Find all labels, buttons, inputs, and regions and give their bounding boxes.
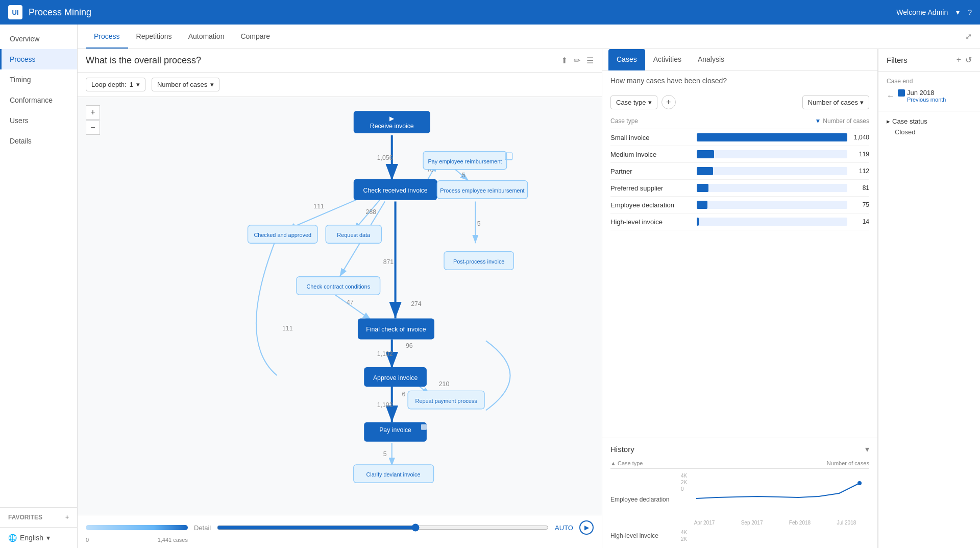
case-status-label: Case status bbox=[892, 117, 927, 125]
svg-text:96: 96 bbox=[406, 342, 413, 349]
svg-text:111: 111 bbox=[313, 203, 324, 210]
language-dropdown-icon: ▾ bbox=[46, 534, 50, 542]
number-of-cases-label: Number of cases bbox=[157, 81, 207, 88]
bar-fill bbox=[697, 133, 847, 141]
svg-line-16 bbox=[334, 294, 371, 320]
date-back-icon[interactable]: ← bbox=[887, 91, 895, 101]
svg-point-62 bbox=[857, 481, 862, 485]
svg-text:1,102: 1,102 bbox=[377, 350, 393, 358]
app-logo: Ui bbox=[8, 5, 22, 19]
share-icon[interactable]: ⬆ bbox=[561, 56, 568, 65]
svg-rect-59 bbox=[421, 424, 427, 430]
favorites-label: FAVORITES bbox=[8, 514, 42, 521]
svg-text:Check contract conditions: Check contract conditions bbox=[306, 283, 370, 290]
zoom-in-button[interactable]: + bbox=[86, 105, 100, 120]
case-end-label: Case end bbox=[887, 78, 972, 85]
reset-filter-icon[interactable]: ↺ bbox=[965, 55, 972, 65]
add-filter-icon[interactable]: + bbox=[957, 55, 961, 65]
expand-icon[interactable]: ⤢ bbox=[965, 32, 972, 41]
tab-analysis[interactable]: Analysis bbox=[690, 49, 732, 70]
svg-text:1,102: 1,102 bbox=[377, 401, 393, 409]
sidebar-item-conformance[interactable]: Conformance bbox=[0, 90, 77, 110]
cases-table: Case type ▼ Number of cases Small invoic… bbox=[602, 113, 877, 438]
table-row: Partner 112 bbox=[610, 163, 869, 180]
cases-section: How many cases have been closed? Case ty… bbox=[602, 70, 877, 548]
number-of-cases-control[interactable]: Number of cases ▾ bbox=[152, 78, 219, 91]
number-of-cases-filter-label: Number of cases bbox=[808, 99, 858, 106]
bar-value: 14 bbox=[851, 218, 869, 225]
svg-text:6: 6 bbox=[402, 391, 406, 398]
add-filter-button[interactable]: + bbox=[662, 95, 676, 109]
row-casetype: High-level invoice bbox=[610, 218, 697, 226]
number-of-cases-filter[interactable]: Number of cases ▾ bbox=[802, 96, 869, 109]
topbar-right: Welcome Admin ▾ ? bbox=[896, 8, 972, 16]
help-icon[interactable]: ? bbox=[968, 8, 972, 16]
sidebar-item-timing[interactable]: Timing bbox=[0, 69, 77, 90]
case-type-dropdown-icon: ▾ bbox=[648, 99, 652, 106]
sidebar: Overview Process Timing Conformance User… bbox=[0, 25, 78, 548]
number-of-cases-dropdown-icon: ▾ bbox=[210, 81, 214, 88]
main-layout: Overview Process Timing Conformance User… bbox=[0, 25, 980, 548]
tab-process[interactable]: Process bbox=[86, 25, 128, 49]
date-checkbox[interactable] bbox=[898, 89, 905, 97]
svg-text:Approve invoice: Approve invoice bbox=[373, 374, 418, 382]
loop-depth-label: Loop depth: bbox=[91, 81, 127, 88]
tab-compare[interactable]: Compare bbox=[232, 25, 278, 49]
add-favorite-icon[interactable]: + bbox=[65, 514, 69, 521]
topbar: Ui Process Mining Welcome Admin ▾ ? bbox=[0, 0, 980, 25]
bar-container bbox=[697, 218, 847, 226]
user-dropdown-icon[interactable]: ▾ bbox=[956, 8, 960, 16]
bar-value: 1,040 bbox=[851, 134, 869, 141]
edit-icon[interactable]: ✏ bbox=[574, 56, 580, 65]
sidebar-item-process[interactable]: Process bbox=[0, 49, 77, 69]
svg-text:Pay invoice: Pay invoice bbox=[379, 426, 411, 434]
menu-icon[interactable]: ☰ bbox=[586, 56, 594, 65]
tab-activities[interactable]: Activities bbox=[645, 49, 690, 70]
svg-text:Process employee reimbursement: Process employee reimbursement bbox=[440, 187, 524, 194]
sidebar-item-details[interactable]: Details bbox=[0, 131, 77, 151]
case-type-filter[interactable]: Case type ▾ bbox=[610, 96, 657, 109]
filters-header: Filters + ↺ bbox=[878, 49, 980, 72]
right-panel-tabs: Cases Activities Analysis bbox=[602, 49, 877, 70]
detail-slider[interactable] bbox=[217, 523, 549, 532]
row-numcases: 14 bbox=[697, 218, 869, 226]
language-label: English bbox=[20, 534, 43, 542]
tab-cases[interactable]: Cases bbox=[608, 49, 645, 70]
case-type-label: Case type bbox=[616, 99, 646, 106]
bar-container bbox=[697, 150, 847, 158]
tab-automation[interactable]: Automation bbox=[180, 25, 233, 49]
zoom-out-button[interactable]: − bbox=[86, 121, 100, 135]
loop-depth-dropdown-icon: ▾ bbox=[136, 81, 140, 88]
history-collapse-icon[interactable]: ▾ bbox=[865, 444, 869, 454]
case-status-title[interactable]: ▸ Case status bbox=[887, 117, 972, 125]
bar-fill bbox=[697, 201, 707, 209]
svg-text:Clarify deviant invoice: Clarify deviant invoice bbox=[366, 471, 421, 478]
play-button[interactable]: ▶ bbox=[579, 520, 594, 535]
row-numcases: 81 bbox=[697, 184, 869, 192]
history-item-employee: Employee declaration 4K 2K 0 bbox=[610, 473, 869, 526]
col-header-casetype: Case type bbox=[610, 117, 740, 125]
case-density-bar bbox=[86, 525, 188, 530]
sidebar-item-users[interactable]: Users bbox=[0, 110, 77, 131]
svg-text:5: 5 bbox=[462, 172, 465, 179]
col-header-numcases[interactable]: ▼ Number of cases bbox=[740, 117, 870, 125]
filters-title: Filters bbox=[887, 56, 908, 64]
app-title: Process Mining bbox=[29, 7, 91, 18]
history-chart-highlevel: 4K 2K bbox=[681, 530, 869, 542]
cases-filters: Case type ▾ + Number of cases ▾ bbox=[602, 91, 877, 113]
svg-text:274: 274 bbox=[411, 300, 422, 307]
row-casetype: Employee declaration bbox=[610, 201, 697, 209]
panel-title: What is the overall process? bbox=[86, 55, 201, 66]
tab-repetitions[interactable]: Repetitions bbox=[128, 25, 180, 49]
sidebar-language[interactable]: 🌐 English ▾ bbox=[0, 527, 77, 548]
history-chart-employee: 4K 2K 0 bbox=[681, 473, 869, 526]
svg-text:Repeat payment process: Repeat payment process bbox=[415, 398, 478, 404]
date-label: Jun 2018 bbox=[907, 89, 935, 97]
svg-text:Request data: Request data bbox=[337, 232, 371, 238]
panel-actions: ⬆ ✏ ☰ bbox=[561, 56, 594, 65]
sidebar-item-overview[interactable]: Overview bbox=[0, 29, 77, 49]
loop-depth-control[interactable]: Loop depth: 1 ▾ bbox=[86, 78, 145, 91]
history-col-numcases: Number of cases bbox=[677, 460, 869, 466]
detail-label: Detail bbox=[194, 524, 211, 532]
svg-text:5: 5 bbox=[383, 450, 387, 458]
